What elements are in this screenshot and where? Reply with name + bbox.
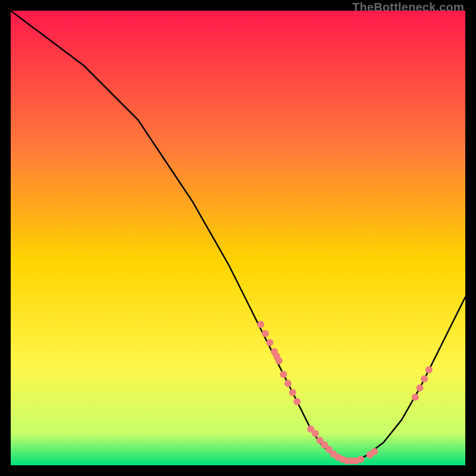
marker-dot [416, 384, 424, 392]
marker-dot [312, 430, 319, 437]
chart-frame [11, 11, 465, 465]
marker-dot [275, 357, 283, 364]
marker-dot [412, 393, 419, 400]
marker-dot [357, 456, 364, 463]
marker-dot [425, 367, 433, 374]
marker-dot [257, 321, 264, 328]
marker-dot [284, 380, 292, 387]
marker-dot [293, 398, 300, 405]
marker-dot [421, 375, 428, 383]
marker-dot [267, 339, 274, 346]
marker-dot [280, 371, 287, 378]
marker-dot [371, 448, 378, 455]
marker-dot [262, 330, 269, 337]
marker-dot [289, 389, 296, 396]
bottleneck-chart [11, 11, 465, 465]
gradient-background [11, 11, 465, 465]
